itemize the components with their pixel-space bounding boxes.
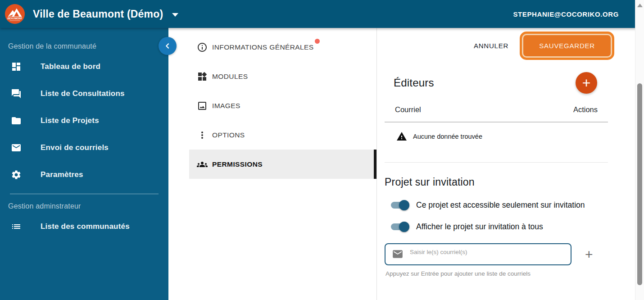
widgets-icon <box>197 71 208 82</box>
empty-message: Aucune donnée trouvée <box>413 133 482 140</box>
app-window: BEAUMONT Ville de Beaumont (Démo) STEPHA… <box>0 0 644 300</box>
invitation-title: Projet sur invitation <box>385 176 608 188</box>
list-icon <box>11 221 22 232</box>
sidebar-section-community: Gestion de la communauté <box>0 34 168 53</box>
sidebar-item-projects[interactable]: Liste de Projets <box>0 107 168 134</box>
page-scrollbar[interactable] <box>635 0 644 300</box>
sidebar-item-label: Liste de Consultations <box>41 89 125 98</box>
groups-icon <box>197 159 208 170</box>
mail-icon <box>11 142 22 153</box>
dashboard-icon <box>11 61 22 72</box>
toggle-row-show-to-all: Afficher le projet sur invitation à tous <box>391 222 608 232</box>
column-actions: Actions <box>573 105 598 114</box>
gear-icon <box>11 169 22 180</box>
editors-table-header: Courriel Actions <box>385 105 608 114</box>
settings-tab-list: INFORMATIONS GÉNÉRALES MODULES IMAGES OP… <box>189 32 376 179</box>
sidebar-collapse-button[interactable] <box>159 37 177 55</box>
settings-tab-panel: INFORMATIONS GÉNÉRALES MODULES IMAGES OP… <box>168 28 377 300</box>
toggle-knob <box>399 200 409 210</box>
form-actions: ANNULER SAUVEGARDER <box>385 32 635 59</box>
sidebar-item-label: Envoi de courriels <box>41 143 109 152</box>
top-bar: BEAUMONT Ville de Beaumont (Démo) STEPHA… <box>0 0 644 28</box>
scroll-up-arrow-icon[interactable] <box>637 4 643 7</box>
tab-label: PERMISSIONS <box>212 160 263 168</box>
tab-images[interactable]: IMAGES <box>189 91 376 120</box>
community-title[interactable]: Ville de Beaumont (Démo) <box>33 8 163 20</box>
chevron-left-icon <box>164 42 171 50</box>
sidebar-item-label: Liste des communautés <box>41 222 130 231</box>
add-email-button[interactable]: + <box>585 248 593 261</box>
sidebar-item-dashboard[interactable]: Tableau de bord <box>0 53 168 80</box>
user-email-menu[interactable]: STEPHANIE@COCORIKO.ORG <box>513 10 619 18</box>
add-editor-button[interactable]: + <box>576 72 597 94</box>
sidebar-item-consultations[interactable]: Liste de Consultations <box>0 80 168 107</box>
invite-email-row: + <box>385 243 608 265</box>
save-button[interactable]: SAUVEGARDER <box>523 35 611 56</box>
email-input-box[interactable] <box>385 243 571 265</box>
sidebar-item-label: Paramètres <box>41 170 83 179</box>
notification-dot <box>315 39 320 44</box>
tab-modules[interactable]: MODULES <box>189 62 376 91</box>
toggle-label: Ce projet est accessible seulement sur i… <box>416 200 585 210</box>
toggle-row-invite-only: Ce projet est accessible seulement sur i… <box>391 200 608 210</box>
sidebar-item-settings[interactable]: Paramètres <box>0 161 168 188</box>
cancel-button[interactable]: ANNULER <box>474 42 508 50</box>
folder-icon <box>11 115 22 126</box>
tab-informations-generales[interactable]: INFORMATIONS GÉNÉRALES <box>189 32 376 62</box>
toggle-label: Afficher le projet sur invitation à tous <box>416 222 543 232</box>
community-switcher-caret-icon[interactable] <box>172 13 178 17</box>
toggle-knob <box>399 222 409 232</box>
image-icon <box>197 100 208 111</box>
invite-email-input[interactable] <box>410 249 566 255</box>
tab-options[interactable]: OPTIONS <box>189 120 376 150</box>
sidebar-item-label: Liste de Projets <box>41 116 99 125</box>
show-to-all-toggle[interactable] <box>391 223 408 230</box>
editors-header: Éditeurs + <box>385 72 608 94</box>
editors-title: Éditeurs <box>394 77 434 89</box>
scrollbar-thumb[interactable] <box>637 83 642 285</box>
tab-label: MODULES <box>212 73 248 81</box>
more-vert-icon <box>197 130 208 141</box>
envelope-icon <box>391 248 404 260</box>
tab-label: OPTIONS <box>212 131 245 139</box>
column-courriel: Courriel <box>395 105 421 114</box>
sidebar-section-admin: Gestion adminstrateur <box>0 194 168 213</box>
email-helper-text: Appuyez sur Entrée pour ajouter une list… <box>385 270 608 277</box>
sidebar-nav: Gestion de la communauté Tableau de bord… <box>0 28 168 300</box>
table-bottom-divider <box>385 162 608 163</box>
sidebar-item-emails[interactable]: Envoi de courriels <box>0 134 168 161</box>
sidebar-item-label: Tableau de bord <box>41 62 100 71</box>
warning-icon <box>396 131 407 142</box>
chat-icon <box>11 88 22 99</box>
svg-text:BEAUMONT: BEAUMONT <box>7 17 23 20</box>
editors-empty-state: Aucune donnée trouvée <box>385 123 608 150</box>
permissions-content: ANNULER SAUVEGARDER Éditeurs + Courriel … <box>377 28 635 300</box>
sidebar-item-communities[interactable]: Liste des communautés <box>0 213 168 240</box>
tab-permissions[interactable]: PERMISSIONS <box>189 150 376 179</box>
beaumont-logo-icon[interactable]: BEAUMONT <box>5 4 25 24</box>
invite-only-toggle[interactable] <box>391 202 408 209</box>
tab-label: IMAGES <box>212 102 240 110</box>
info-icon <box>197 42 208 53</box>
tab-label: INFORMATIONS GÉNÉRALES <box>212 43 314 51</box>
